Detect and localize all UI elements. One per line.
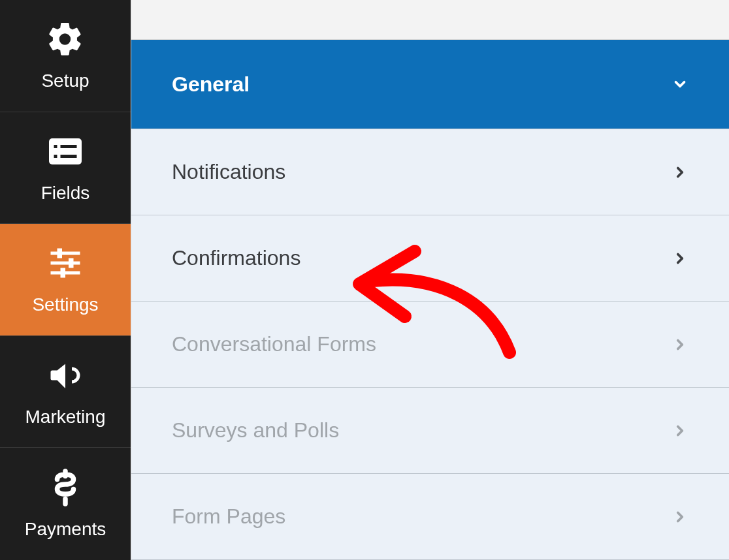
svg-rect-5 — [51, 252, 80, 255]
sidebar-item-settings[interactable]: Settings — [0, 224, 131, 336]
settings-item-confirmations[interactable]: Confirmations — [131, 215, 729, 302]
sidebar-item-label: Marketing — [25, 407, 106, 428]
chevron-right-icon — [672, 508, 688, 525]
settings-header-label: General — [172, 72, 250, 97]
dollar-icon — [46, 468, 85, 507]
app-root: Setup Fields Settings Marketing — [0, 0, 729, 560]
sliders-icon — [46, 243, 85, 283]
settings-item-label: Form Pages — [172, 505, 285, 529]
settings-item-label: Confirmations — [172, 246, 300, 270]
main-panel: General Notifications Confirmations Conv… — [131, 0, 729, 560]
chevron-right-icon — [672, 336, 688, 353]
settings-item-label: Conversational Forms — [172, 332, 376, 356]
settings-item-form-pages[interactable]: Form Pages — [131, 474, 729, 560]
sidebar-item-marketing[interactable]: Marketing — [0, 336, 131, 448]
sidebar-item-label: Setup — [41, 70, 89, 91]
settings-list: General Notifications Confirmations Conv… — [131, 40, 729, 560]
svg-rect-1 — [54, 145, 57, 148]
sidebar-item-fields[interactable]: Fields — [0, 112, 131, 225]
svg-rect-6 — [57, 249, 63, 258]
svg-rect-3 — [54, 155, 57, 158]
settings-item-label: Notifications — [172, 160, 285, 184]
list-icon — [46, 132, 85, 171]
sidebar-item-payments[interactable]: Payments — [0, 448, 131, 560]
svg-rect-7 — [51, 262, 80, 265]
chevron-down-icon — [672, 76, 688, 93]
sidebar-item-setup[interactable]: Setup — [0, 0, 131, 112]
top-bar — [131, 0, 729, 40]
sidebar-item-label: Settings — [32, 294, 98, 315]
settings-item-surveys-and-polls[interactable]: Surveys and Polls — [131, 388, 729, 474]
gear-icon — [46, 20, 85, 59]
sidebar-item-label: Payments — [25, 519, 106, 540]
svg-rect-8 — [69, 258, 74, 268]
svg-rect-4 — [61, 155, 77, 158]
settings-item-label: Surveys and Polls — [172, 418, 339, 443]
svg-rect-0 — [49, 138, 82, 164]
settings-item-conversational-forms[interactable]: Conversational Forms — [131, 302, 729, 388]
chevron-right-icon — [672, 164, 688, 181]
svg-rect-10 — [61, 268, 66, 278]
svg-rect-2 — [61, 145, 77, 148]
settings-section-general[interactable]: General — [131, 40, 729, 129]
settings-item-notifications[interactable]: Notifications — [131, 129, 729, 215]
chevron-right-icon — [672, 250, 688, 267]
megaphone-icon — [46, 356, 85, 395]
sidebar: Setup Fields Settings Marketing — [0, 0, 131, 560]
chevron-right-icon — [672, 422, 688, 439]
sidebar-item-label: Fields — [41, 183, 90, 204]
